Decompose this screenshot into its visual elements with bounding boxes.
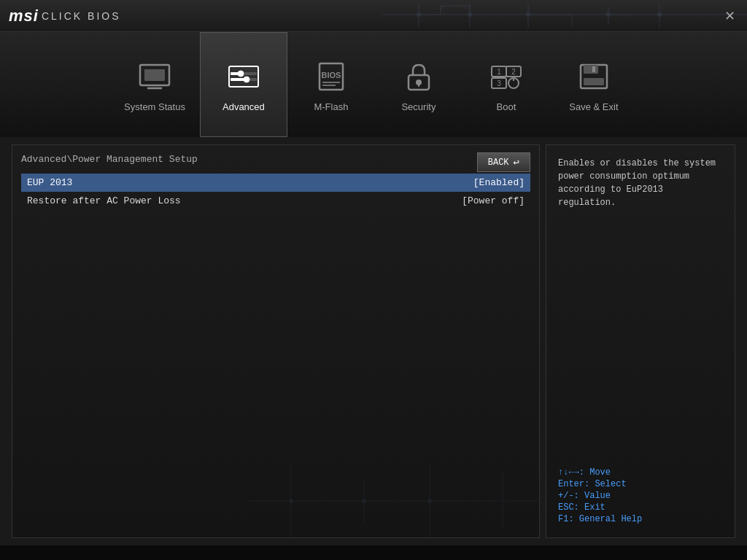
tab-boot[interactable]: 1 2 3 Boot	[462, 32, 550, 137]
tab-system-status-label: System Status	[124, 101, 185, 112]
tab-save-exit[interactable]: Save & Exit	[550, 32, 638, 137]
shortcut-label-esc: Exit	[584, 502, 605, 513]
svg-point-53	[362, 499, 366, 503]
settings-list: EUP 2013 [Enabled] Restore after AC Powe…	[21, 174, 530, 210]
tab-advanced[interactable]: Advanced	[200, 32, 287, 137]
shortcut-label-f1: General Help	[579, 514, 642, 524]
tab-boot-label: Boot	[497, 101, 516, 112]
tab-m-flash-label: M-Flash	[314, 101, 348, 112]
svg-point-26	[238, 71, 244, 77]
boot-icon: 1 2 3	[487, 58, 525, 96]
svg-point-15	[606, 12, 611, 17]
nav-bar: System Status Advanced BIOS	[0, 32, 747, 137]
svg-point-13	[468, 12, 472, 17]
breadcrumb: Advanced\Power Management Setup	[21, 154, 530, 165]
svg-text:3: 3	[497, 79, 501, 88]
security-icon	[400, 58, 438, 96]
svg-point-12	[417, 12, 421, 17]
tab-system-status[interactable]: System Status	[109, 32, 200, 137]
main-content: Advanced\Power Management Setup BACK ↩ E…	[0, 137, 747, 545]
svg-point-54	[427, 499, 432, 503]
msi-logo: msi CLICK BIOS	[9, 7, 121, 26]
svg-rect-21	[229, 66, 258, 87]
shortcut-key-f1: F1:	[558, 514, 579, 524]
bottom-circuit-decoration	[247, 464, 539, 537]
tab-security-label: Security	[401, 101, 436, 112]
svg-rect-23	[231, 78, 245, 81]
setting-value-eup: [Enabled]	[473, 177, 525, 188]
shortcut-value: +/-: Value	[558, 491, 723, 501]
svg-rect-45	[584, 78, 604, 85]
right-panel: Enables or disables the system power con…	[546, 144, 735, 538]
shortcut-key-value: +/-:	[558, 491, 584, 501]
svg-rect-18	[144, 69, 165, 81]
svg-text:1: 1	[497, 68, 501, 76]
shortcut-select: Enter: Select	[558, 479, 723, 489]
shortcut-key-move: ↑↓←→:	[558, 467, 589, 478]
svg-point-27	[244, 77, 249, 82]
advanced-icon	[225, 58, 263, 96]
product-text: CLICK BIOS	[42, 10, 121, 22]
save-exit-icon	[575, 58, 613, 96]
svg-point-16	[657, 12, 662, 17]
shortcut-esc: ESC: Exit	[558, 502, 723, 513]
shortcuts-section: ↑↓←→: Move Enter: Select +/-: Value ESC:…	[558, 467, 723, 526]
back-label: BACK	[488, 158, 509, 168]
svg-rect-46	[592, 66, 595, 72]
bottom-bar	[0, 545, 747, 560]
close-button[interactable]: ✕	[721, 7, 738, 25]
setting-name-eup: EUP 2013	[27, 177, 473, 188]
svg-text:2: 2	[511, 68, 516, 76]
setting-name-restore: Restore after AC Power Loss	[27, 195, 462, 206]
shortcut-key-esc: ESC:	[558, 502, 584, 513]
msi-brand-text: msi	[9, 7, 39, 26]
tab-m-flash[interactable]: BIOS M-Flash	[287, 32, 375, 137]
shortcut-key-enter: Enter:	[558, 479, 595, 489]
setting-value-restore: [Power off]	[462, 195, 525, 206]
shortcut-f1: F1: General Help	[558, 514, 723, 524]
shortcut-label-value: Value	[584, 491, 611, 501]
svg-point-14	[526, 12, 530, 17]
svg-point-52	[289, 499, 293, 503]
m-flash-icon: BIOS	[312, 58, 350, 96]
svg-text:BIOS: BIOS	[321, 71, 341, 79]
left-panel: Advanced\Power Management Setup BACK ↩ E…	[12, 144, 540, 538]
tab-security[interactable]: Security	[375, 32, 462, 137]
back-arrow-icon: ↩	[514, 156, 519, 168]
setting-row-eup[interactable]: EUP 2013 [Enabled]	[21, 174, 530, 192]
tab-advanced-label: Advanced	[222, 101, 265, 112]
svg-rect-44	[584, 65, 598, 74]
shortcut-label-enter: Select	[595, 479, 626, 489]
back-button[interactable]: BACK ↩	[477, 152, 530, 172]
description-text: Enables or disables the system power con…	[558, 157, 723, 209]
shortcut-move: ↑↓←→: Move	[558, 467, 723, 478]
shortcut-label-move: Move	[589, 467, 611, 478]
top-bar: msi CLICK BIOS ✕	[0, 0, 747, 32]
setting-row-restore[interactable]: Restore after AC Power Loss [Power off]	[21, 192, 530, 210]
circuit-decoration	[382, 0, 747, 32]
tab-save-exit-label: Save & Exit	[569, 101, 618, 112]
system-status-icon	[136, 58, 174, 96]
